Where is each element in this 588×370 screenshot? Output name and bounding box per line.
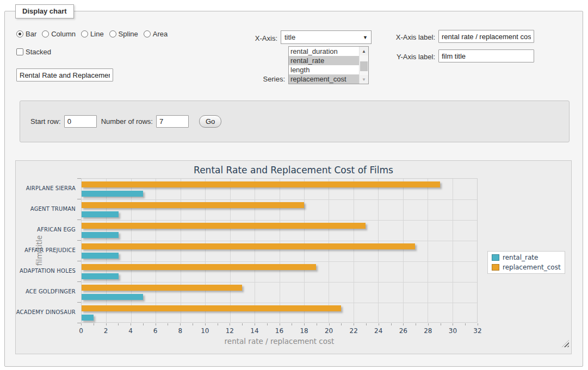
gridline-horizontal xyxy=(82,241,477,241)
scroll-up-icon[interactable]: ▲ xyxy=(360,47,368,55)
x-axis-tick-label: 26 xyxy=(399,327,407,335)
number-of-rows-label: Number of rows: xyxy=(101,117,153,126)
radio-icon[interactable] xyxy=(109,30,116,37)
bar-replacement_cost xyxy=(82,305,341,311)
y-axis-tick xyxy=(77,178,81,179)
series-option-length[interactable]: length xyxy=(289,65,359,74)
x-axis-minor-tick xyxy=(280,323,280,325)
bar-rental_rate xyxy=(82,273,119,279)
y-axis-label-label: Y-Axis label: xyxy=(381,53,435,61)
gridline-vertical xyxy=(205,179,206,322)
series-select-label: Series: xyxy=(234,75,285,83)
chart-type-option-column[interactable]: Column xyxy=(42,30,76,38)
series-option-rental_duration[interactable]: rental_duration xyxy=(289,47,359,56)
x-axis-minor-tick xyxy=(428,323,429,325)
start-row-input[interactable] xyxy=(64,115,97,128)
category-label: ACE GOLDFINGER xyxy=(16,289,76,294)
x-axis-minor-tick xyxy=(180,323,181,325)
scrollbar-thumb[interactable] xyxy=(360,61,368,71)
stacked-option[interactable]: Stacked xyxy=(16,48,51,56)
gridline-vertical xyxy=(181,179,181,322)
x-axis-minor-tick xyxy=(230,323,230,325)
x-axis-minor-tick xyxy=(329,323,330,325)
bar-replacement_cost xyxy=(82,181,440,187)
legend-entry-rental_rate: rental_rate xyxy=(492,254,561,261)
x-axis-minor-tick xyxy=(441,323,441,325)
series-option-rental_rate[interactable]: rental_rate xyxy=(289,56,359,65)
x-axis-tick-label: 8 xyxy=(178,327,182,335)
y-axis-category-labels: AIRPLANE SIERRAAGENT TRUMANAFRICAN EGGAF… xyxy=(16,178,76,323)
x-axis-tick-label: 10 xyxy=(201,327,209,335)
gridline-vertical xyxy=(304,179,305,322)
category-label: AFFAIR PREJUDICE xyxy=(16,247,76,253)
x-axis-tick-label: 30 xyxy=(449,327,457,335)
gridline-horizontal xyxy=(82,282,477,283)
y-axis-tick xyxy=(77,220,81,220)
x-axis-tick-label: 20 xyxy=(325,327,333,335)
gridline-vertical xyxy=(230,179,231,322)
x-axis-minor-tick xyxy=(156,323,156,325)
chart-legend: rental_ratereplacement_cost xyxy=(487,251,565,274)
gridline-vertical xyxy=(453,179,453,322)
x-axis-minor-tick xyxy=(478,323,478,325)
x-axis-minor-tick xyxy=(391,323,392,325)
scroll-down-icon[interactable]: ▼ xyxy=(360,75,368,84)
bar-replacement_cost xyxy=(82,243,415,249)
display-chart-legend: Display chart xyxy=(15,4,74,18)
chart-type-option-bar[interactable]: Bar xyxy=(16,30,36,38)
bar-replacement_cost xyxy=(82,223,366,229)
chart-type-option-spline[interactable]: Spline xyxy=(109,30,138,38)
category-label: AFRICAN EGG xyxy=(16,227,76,233)
chart-type-option-line[interactable]: Line xyxy=(81,30,104,38)
y-axis-tick xyxy=(77,261,81,261)
x-axis-label-input[interactable] xyxy=(438,30,534,43)
x-axis-tick-label: 2 xyxy=(104,327,108,335)
radio-icon[interactable] xyxy=(16,30,23,37)
gridline-vertical xyxy=(403,179,404,322)
chevron-down-icon: ▼ xyxy=(363,35,368,40)
gridline-horizontal xyxy=(82,261,477,262)
x-axis-tick-label: 18 xyxy=(300,327,308,335)
radio-icon[interactable] xyxy=(42,30,49,37)
chart-title-input[interactable] xyxy=(16,68,113,81)
y-axis-tick xyxy=(77,240,81,241)
start-row-label: Start row: xyxy=(30,117,61,126)
chart-type-option-label: Spline xyxy=(119,30,138,38)
x-axis-label-label: X-Axis label: xyxy=(381,33,435,41)
chart-type-option-label: Area xyxy=(153,30,168,38)
y-axis-tick xyxy=(77,199,81,199)
radio-icon[interactable] xyxy=(144,30,151,37)
series-option-replacement_cost[interactable]: replacement_cost xyxy=(289,74,359,84)
series-listbox[interactable]: rental_durationrental_ratelengthreplacem… xyxy=(288,46,369,84)
legend-label: replacement_cost xyxy=(503,264,561,271)
chart-type-option-area[interactable]: Area xyxy=(144,30,168,38)
x-axis-minor-ticks xyxy=(81,323,478,326)
bar-rental_rate xyxy=(82,232,119,238)
radio-icon[interactable] xyxy=(81,30,88,37)
x-axis-title: rental rate / replacement cost xyxy=(81,337,478,346)
bar-replacement_cost xyxy=(82,285,242,291)
chart-title: Rental Rate and Replacement Cost of Film… xyxy=(16,165,571,175)
gridline-vertical xyxy=(280,179,280,322)
gridline-vertical xyxy=(329,179,329,322)
stacked-checkbox[interactable] xyxy=(16,48,23,55)
x-axis-minor-tick xyxy=(193,323,193,325)
x-axis-select-label: X-Axis: xyxy=(228,34,277,42)
bar-rental_rate xyxy=(82,315,94,321)
x-axis-minor-tick xyxy=(242,323,243,325)
y-axis-label-input[interactable] xyxy=(438,49,534,62)
go-button[interactable]: Go xyxy=(199,115,221,128)
number-of-rows-input[interactable] xyxy=(156,115,189,128)
x-axis-tick-label: 0 xyxy=(79,327,83,335)
gridline-vertical xyxy=(156,179,156,322)
series-scrollbar[interactable]: ▲ ▼ xyxy=(359,47,368,84)
x-axis-minor-tick xyxy=(218,323,218,325)
bar-rental_rate xyxy=(82,191,143,197)
bar-rental_rate xyxy=(82,294,143,300)
category-label: ADAPTATION HOLES xyxy=(16,268,76,274)
x-axis-select[interactable]: title ▼ xyxy=(281,30,372,44)
x-axis-tick-label: 16 xyxy=(275,327,283,335)
resize-handle-icon[interactable] xyxy=(562,340,569,347)
category-label: AGENT TRUMAN xyxy=(16,206,76,212)
plot-area xyxy=(81,178,478,323)
